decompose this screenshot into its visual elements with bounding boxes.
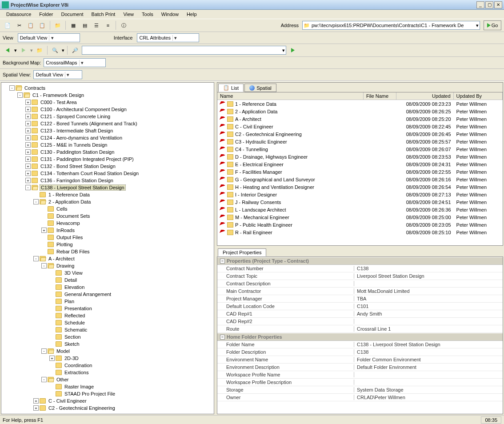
list-row[interactable]: C3 - Hydraulic Engineer08/09/2009 08:25:… [217,138,503,145]
tree-node[interactable]: General Arrangement [1,291,214,298]
property-value[interactable]: TBA [354,296,503,301]
col-filename[interactable]: File Name [364,92,396,100]
property-row[interactable]: RouteCrossrail Line 1 [217,325,503,333]
list-row[interactable]: D - Drainage, Highways Engineer08/09/200… [217,153,503,160]
expand-icon[interactable]: - [41,348,47,354]
tree-node[interactable]: Document Sets [1,212,214,220]
list-row[interactable]: E - Electrical Engineer08/09/2009 08:24:… [217,160,503,168]
tool-list-detail-icon[interactable]: ☰ [92,20,101,30]
tree-node[interactable]: Reflected [1,312,214,319]
tool-copy-icon[interactable]: 📋 [26,20,36,30]
tree-node[interactable]: -Drawing [1,262,214,269]
property-row[interactable]: Project ManagerTBA [217,295,503,303]
tree-node[interactable]: Raster Image [1,383,214,390]
list-row[interactable]: P - Public Health Engineer08/09/2009 08:… [217,221,503,228]
list-row[interactable]: C4 - Tunnelling08/09/2009 08:26:07Peter … [217,145,503,153]
bgmap-combo[interactable]: CrossrailMaps▾ [44,58,106,67]
property-row[interactable]: Workspace Profile Description [217,379,503,386]
list-row[interactable]: J - Railway Consents08/09/2009 08:24:51P… [217,198,503,206]
tree-node[interactable]: Cells [1,205,214,212]
expand-icon[interactable]: + [41,228,47,233]
chevron-down-icon[interactable]: ▾ [172,35,179,41]
expand-icon[interactable]: + [25,149,31,155]
search-icon[interactable]: 🔎 [70,45,80,55]
expand-icon[interactable]: - [33,199,39,204]
menu-document[interactable]: Document [57,11,87,18]
tree-node[interactable]: +C130 - Paddington Station Design [1,148,214,156]
expand-icon[interactable]: + [33,405,39,411]
tree-node[interactable]: +C134 - Tottenham Court Road Station Des… [1,170,214,177]
property-row[interactable]: Workspace Profile Name [217,371,503,379]
forward-button[interactable] [19,45,28,55]
tree-node[interactable]: 3D View [1,269,214,276]
chevron-down-icon[interactable]: ▾ [476,23,479,28]
expand-icon[interactable]: - [25,185,31,190]
expand-icon[interactable]: + [25,135,31,140]
tab-spatial[interactable]: Spatial [244,84,276,92]
property-row[interactable]: StorageSystem Data Storage [217,386,503,394]
expand-icon[interactable]: + [25,121,31,126]
list-row[interactable]: C2 - Geotechnical Engineering08/09/2009 … [217,130,503,138]
tab-list[interactable]: 📋List [218,84,244,92]
find-icon[interactable]: 🔍 [50,45,60,55]
expand-icon[interactable]: + [25,178,31,183]
tool-list-small-icon[interactable]: ▤ [80,20,90,30]
tree-node[interactable]: +InRoads [1,227,214,234]
tree-node[interactable]: -Other [1,376,214,383]
property-value[interactable]: Andy Smith [354,311,503,316]
list-row[interactable]: 1 - Reference Data08/09/2009 08:23:23Pet… [217,100,503,108]
back-button[interactable] [3,45,12,55]
col-updated[interactable]: Updated [396,92,454,100]
go-button[interactable]: Go [484,20,501,30]
property-value[interactable]: System Data Storage [354,387,503,392]
chevron-down-icon[interactable]: ▾ [49,35,55,41]
tree-node[interactable]: +C136 - Farringdon Station Design [1,177,214,184]
expand-icon[interactable]: - [17,92,23,98]
tree-node[interactable]: +C123 - Intermediate Shaft Design [1,127,214,134]
property-row[interactable]: CAD Rep#1Andy Smith [217,310,503,318]
chevron-down-icon[interactable]: ▾ [282,48,285,53]
expand-icon[interactable]: + [25,142,31,148]
chevron-down-icon[interactable]: ▾ [65,72,71,78]
prop-category-home-folder[interactable]: − Home Folder Properties [217,333,503,341]
tree-node[interactable]: Hevacomp [1,220,214,227]
tree-node[interactable]: +C132 - Bond Street Station Design [1,163,214,170]
property-value[interactable]: C138 [354,349,503,355]
property-row[interactable]: Contract TopicLiverpool Street Station D… [217,272,503,280]
view-combo[interactable]: Default View▾ [18,33,80,42]
expand-icon[interactable]: + [49,356,55,361]
expand-icon[interactable]: + [25,114,31,119]
expand-icon[interactable]: + [25,100,31,105]
menu-view[interactable]: View [120,11,137,18]
property-value[interactable]: Mott MacDonald Limited [354,288,503,294]
tree-node[interactable]: Schematic [1,326,214,333]
close-button[interactable]: ✕ [494,1,502,8]
menu-folder[interactable]: Folder [36,11,56,18]
tool-folder-icon[interactable]: 📁 [53,20,63,30]
tree-node[interactable]: +C000 - Test Area [1,99,214,106]
list-row[interactable]: G - Geographical and Land Surveyor08/09/… [217,176,503,183]
tree-node[interactable]: +C100 - Architectural Component Design [1,106,214,113]
tool-list-large-icon[interactable]: ▦ [68,20,78,30]
menu-window[interactable]: Window [158,11,182,18]
expand-icon[interactable]: - [9,85,15,91]
property-row[interactable]: Folder NameC138 - Liverpool Street Stati… [217,341,503,348]
property-row[interactable]: Contract NumberC138 [217,265,503,272]
tree-node[interactable]: -Model [1,348,214,355]
tree-node[interactable]: Plotting [1,241,214,248]
collapse-icon[interactable]: − [220,259,225,264]
tool-cut-icon[interactable]: ✂ [14,20,24,30]
search-go-button[interactable] [288,45,298,55]
tree-node[interactable]: +C131 - Paddington Integrated Project (P… [1,156,214,163]
tree-node[interactable]: Coordination [1,362,214,369]
tree-node[interactable]: +C122 - Bored Tunnels (Alignment and Tra… [1,120,214,127]
tool-help-icon[interactable]: ⓘ [119,20,128,30]
tree-node[interactable]: -Contracts [1,84,214,92]
tree-node[interactable]: Plan [1,298,214,305]
expand-icon[interactable]: + [25,128,31,133]
chevron-down-icon[interactable]: ▾ [62,48,64,53]
tree-node[interactable]: Schedule [1,319,214,326]
menu-datasource[interactable]: Datasource [3,11,35,18]
tab-project-properties[interactable]: Project Properties [218,248,266,256]
expand-icon[interactable]: - [41,263,47,268]
